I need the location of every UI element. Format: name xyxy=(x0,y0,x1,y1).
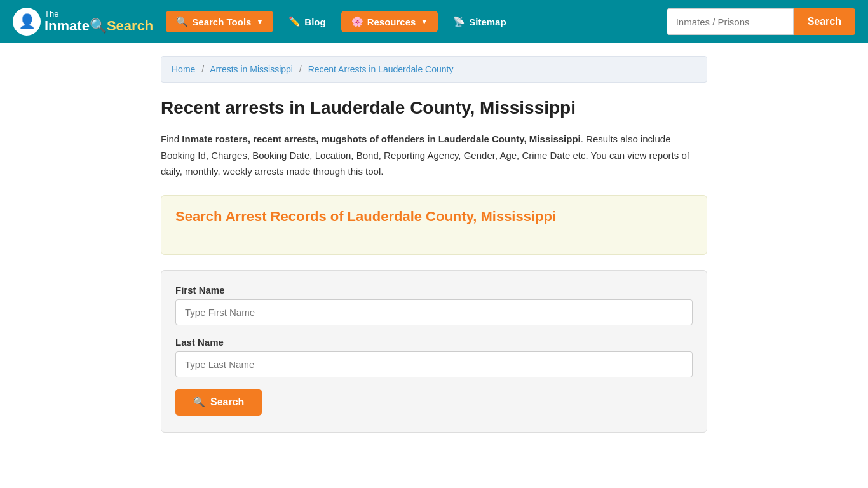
logo-inmate: Inmate xyxy=(44,18,90,34)
navbar: 👤 The Inmate🔍Search Search Tools ▼ Blog … xyxy=(0,0,868,43)
logo-person-icon: 👤 xyxy=(18,13,36,30)
logo-search: Search xyxy=(107,18,153,34)
breadcrumb-home[interactable]: Home xyxy=(172,64,195,74)
breadcrumb-arrests[interactable]: Arrests in Mississippi xyxy=(210,64,293,74)
nav-search-button-label: Search xyxy=(808,16,841,27)
sitemap-icon xyxy=(453,16,465,27)
form-area: First Name Last Name Search xyxy=(161,270,707,433)
search-records-section: Search Arrest Records of Lauderdale Coun… xyxy=(161,195,707,255)
main-content: Home / Arrests in Mississippi / Recent A… xyxy=(148,43,720,458)
search-tools-icon xyxy=(176,16,188,27)
logo-icon-box: 👤 xyxy=(13,8,41,36)
sitemap-button[interactable]: Sitemap xyxy=(444,11,515,32)
logo-the: The xyxy=(44,10,153,18)
breadcrumb-sep-2: / xyxy=(299,64,302,74)
search-tools-caret-icon: ▼ xyxy=(256,18,263,25)
resources-caret-icon: ▼ xyxy=(421,18,428,25)
search-tools-label: Search Tools xyxy=(192,17,251,27)
first-name-group: First Name xyxy=(175,285,693,325)
description-bold: Inmate rosters, recent arrests, mugshots… xyxy=(182,133,580,144)
breadcrumb: Home / Arrests in Mississippi / Recent A… xyxy=(161,56,707,83)
description-intro: Find xyxy=(161,133,182,144)
resources-button[interactable]: Resources ▼ xyxy=(341,11,438,32)
search-form-button[interactable]: Search xyxy=(175,389,262,416)
search-section-title: Search Arrest Records of Lauderdale Coun… xyxy=(175,208,693,225)
blog-button[interactable]: Blog xyxy=(280,11,334,32)
nav-search-button[interactable]: Search xyxy=(794,8,855,35)
resources-icon xyxy=(351,16,363,27)
blog-label: Blog xyxy=(304,17,325,27)
resources-label: Resources xyxy=(367,17,416,27)
blog-icon xyxy=(288,16,301,27)
search-tools-button[interactable]: Search Tools ▼ xyxy=(166,11,273,32)
breadcrumb-sep-1: / xyxy=(201,64,204,74)
sitemap-label: Sitemap xyxy=(469,17,506,27)
last-name-group: Last Name xyxy=(175,337,693,377)
page-description: Find Inmate rosters, recent arrests, mug… xyxy=(161,131,707,180)
nav-search-area: Search xyxy=(667,8,855,35)
page-title: Recent arrests in Lauderdale County, Mis… xyxy=(161,98,707,118)
search-form-label: Search xyxy=(210,396,244,408)
breadcrumb-current[interactable]: Recent Arrests in Lauderdale County xyxy=(308,64,454,74)
logo-text: The Inmate🔍Search xyxy=(44,10,153,34)
first-name-input[interactable] xyxy=(175,299,693,325)
logo[interactable]: 👤 The Inmate🔍Search xyxy=(13,8,153,36)
first-name-label: First Name xyxy=(175,285,693,295)
nav-search-input[interactable] xyxy=(667,8,794,35)
last-name-input[interactable] xyxy=(175,351,693,377)
search-form-icon xyxy=(193,396,205,408)
last-name-label: Last Name xyxy=(175,337,693,348)
